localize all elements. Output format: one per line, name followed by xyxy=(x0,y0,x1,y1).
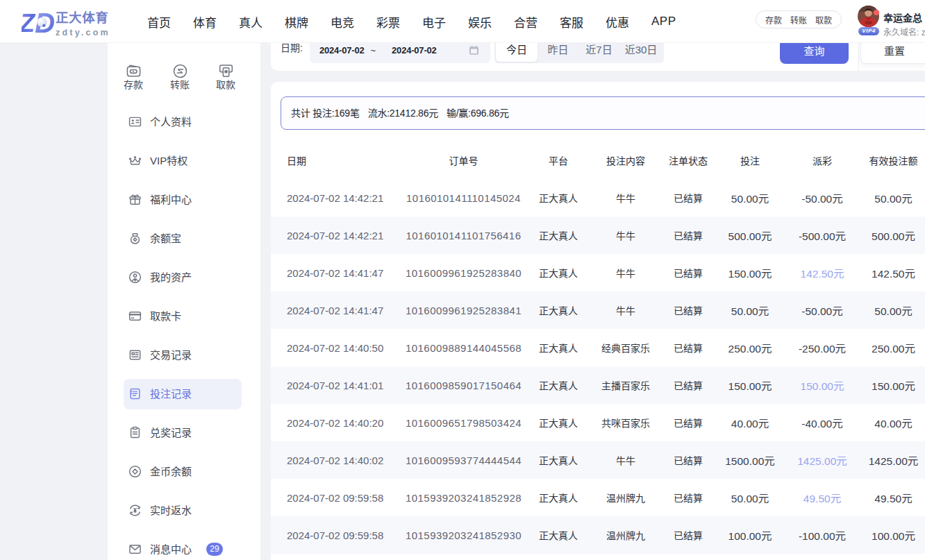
svg-text:Z: Z xyxy=(22,10,36,34)
